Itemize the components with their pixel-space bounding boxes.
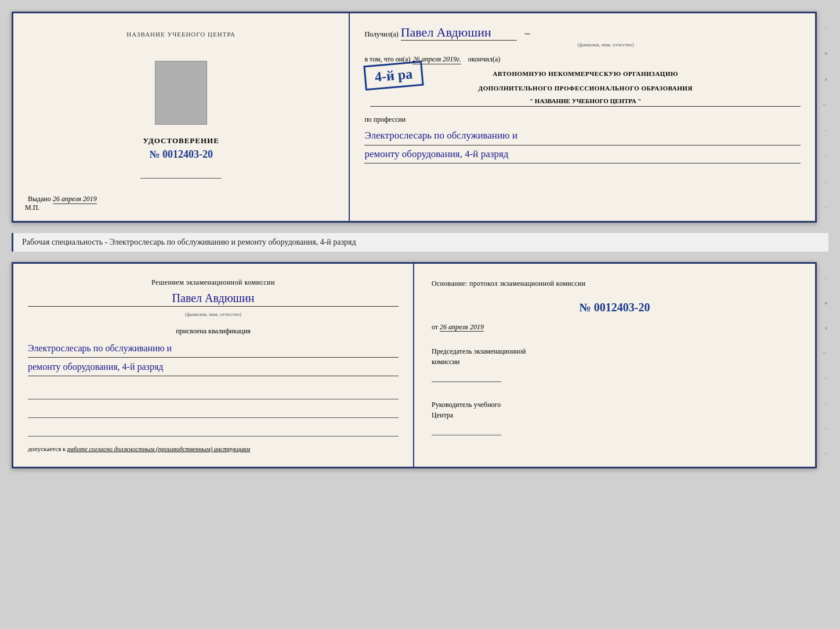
predsedatel-line2: комиссии	[432, 357, 798, 367]
ot-date: 26 апреля 2019	[440, 323, 484, 332]
top-left-panel: НАЗВАНИЕ УЧЕБНОГО ЦЕНТРА УДОСТОВЕРЕНИЕ №…	[13, 13, 350, 221]
predsedatel-line1: Председатель экзаменационной	[432, 346, 798, 357]
recipient-name: Павел Авдюшин	[401, 25, 517, 41]
fio-label-bottom: (фамилия, имя, отчество)	[185, 311, 241, 317]
bottom-right-panel: Основание: протокол экзаменационной коми…	[414, 264, 815, 467]
profession-block: по профессии Электрослесарь по обслужива…	[364, 115, 801, 163]
org-line2: ДОПОЛНИТЕЛЬНОГО ПРОФЕССИОНАЛЬНОГО ОБРАЗО…	[370, 83, 801, 93]
resheniem-title: Решением экзаменационной комиссии	[28, 278, 399, 287]
qual-line2: ремонту оборудования, 4-й разряд	[28, 359, 399, 376]
received-prefix: Получил(а)	[364, 30, 398, 38]
org-name: " НАЗВАНИЕ УЧЕБНОГО ЦЕНТРА "	[370, 97, 801, 107]
sig-line-2	[28, 406, 399, 418]
profession-line2: ремонту оборудования, 4-й разряд	[364, 146, 801, 164]
predsedatel-block: Председатель экзаменационной комиссии	[432, 346, 798, 382]
doc-number: № 0012403-20	[149, 148, 213, 161]
number-prefix: №	[149, 148, 160, 160]
okonchil: окончил(а)	[468, 55, 500, 63]
rukovoditel-sig-line	[432, 425, 501, 435]
protocol-number-block: № 0012403-20	[432, 301, 798, 314]
protocol-prefix: №	[580, 301, 591, 314]
issued-date: 26 апреля 2019	[53, 195, 97, 204]
issued-line: Выдано 26 апреля 2019	[28, 195, 97, 203]
rukovoditel-line2: Центра	[432, 410, 798, 420]
protocol-number: 0012403-20	[594, 301, 650, 314]
signature-lines	[28, 388, 399, 437]
udostoverenie-label: УДОСТОВЕРЕНИЕ	[143, 136, 219, 146]
bottom-right-spine-labels: – и а ← – – – –	[817, 262, 828, 468]
dopuskaetsya-block: допускается к работе согласно должностны…	[28, 445, 399, 452]
fio-label-top: (фамилия, имя, отчество)	[411, 42, 801, 48]
prisvoena-text: присвоена квалификация	[28, 327, 399, 336]
training-center-title: НАЗВАНИЕ УЧЕБНОГО ЦЕНТРА	[126, 31, 236, 38]
bottom-left-panel: Решением экзаменационной комиссии Павел …	[13, 264, 414, 467]
rukovoditel-line1: Руководитель учебного	[432, 399, 798, 410]
vtom-block: в том, что он(а) 26 апреля 2019г. окончи…	[364, 53, 801, 64]
dopuskaetsya-prefix: допускается к	[28, 445, 66, 452]
sig-line-3	[28, 425, 399, 437]
photo-placeholder	[155, 61, 207, 125]
rukovoditel-block: Руководитель учебного Центра	[432, 399, 798, 435]
profession-line1: Электрослесарь по обслуживанию и	[364, 127, 801, 146]
dash: –	[525, 27, 530, 39]
qual-line1: Электрослесарь по обслуживанию и	[28, 340, 399, 358]
predsedatel-sig-line	[432, 372, 501, 382]
ot-date-block: от 26 апреля 2019	[432, 323, 798, 332]
rank-stamp: 4-й ра	[364, 61, 425, 91]
issued-prefix: Выдано	[28, 195, 51, 203]
received-block: Получил(а) Павел Авдюшин – (фамилия, имя…	[364, 25, 801, 48]
mp-label: М.П.	[25, 203, 39, 212]
osnovanie-text: Основание: протокол экзаменационной коми…	[432, 278, 798, 289]
right-spine-labels: – и а ← – – – –	[817, 12, 828, 223]
ot-prefix: от	[432, 323, 438, 331]
bottom-name: Павел Авдюшин	[172, 292, 255, 304]
middle-specialty-text: Рабочая специальность - Электрослесарь п…	[12, 233, 828, 252]
number-value: 0012403-20	[162, 148, 213, 160]
dopuskaetsya-text: работе согласно должностным (производств…	[67, 445, 250, 452]
org-line1: АВТОНОМНУЮ НЕКОММЕРЧЕСКУЮ ОРГАНИЗАЦИЮ	[370, 69, 801, 79]
po-professii-label: по профессии	[364, 115, 801, 124]
top-right-panel: Получил(а) Павел Авдюшин – (фамилия, имя…	[350, 13, 815, 221]
sig-line-1	[28, 388, 399, 399]
